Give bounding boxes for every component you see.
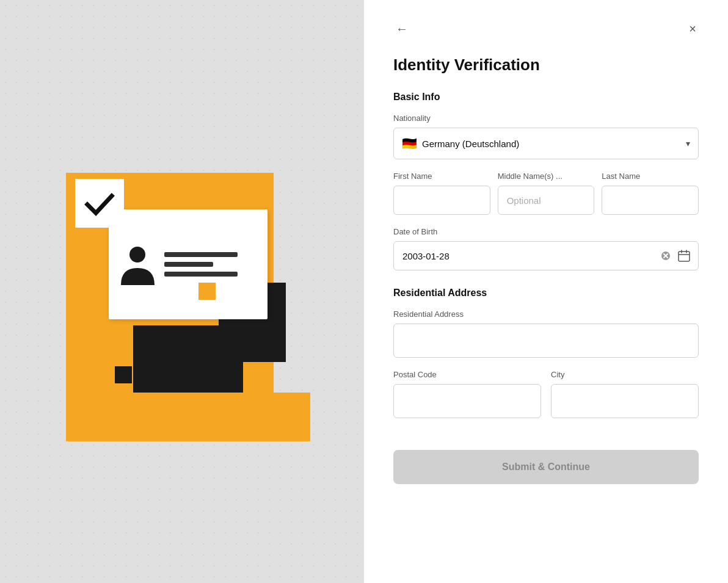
black-accent-square xyxy=(115,366,132,383)
address-label: Residential Address xyxy=(393,310,699,319)
dob-input[interactable] xyxy=(393,241,699,270)
basic-info-title: Basic Info xyxy=(393,92,699,103)
postal-code-input[interactable] xyxy=(393,384,541,418)
city-group: City xyxy=(551,370,699,418)
calendar-icon xyxy=(678,250,690,262)
residential-section: Residential Address Residential Address … xyxy=(393,288,699,418)
clear-icon xyxy=(661,251,671,261)
middle-name-input[interactable] xyxy=(498,186,595,215)
address-group: Residential Address xyxy=(393,310,699,358)
yellow-bottom-rect xyxy=(66,393,310,441)
city-input[interactable] xyxy=(551,384,699,418)
svg-point-0 xyxy=(129,247,145,263)
submit-continue-button[interactable]: Submit & Continue xyxy=(393,450,699,484)
card-lines xyxy=(164,252,238,277)
left-panel xyxy=(0,0,364,583)
residential-title: Residential Address xyxy=(393,288,699,299)
person-silhouette-icon xyxy=(121,244,155,285)
card-line-3 xyxy=(164,272,238,277)
last-name-label: Last Name xyxy=(602,172,699,181)
id-card xyxy=(109,209,268,319)
back-button[interactable]: ← xyxy=(393,20,410,38)
basic-info-section: Basic Info Nationality 🇩🇪 Germany (Deuts… xyxy=(393,92,699,270)
city-label: City xyxy=(551,370,699,379)
dob-label: Date of Birth xyxy=(393,227,699,236)
clear-date-button[interactable] xyxy=(660,250,672,262)
calendar-button[interactable] xyxy=(677,248,691,263)
first-name-input[interactable] xyxy=(393,186,490,215)
close-button[interactable]: × xyxy=(686,20,699,38)
postal-code-label: Postal Code xyxy=(393,370,541,379)
first-name-group: First Name xyxy=(393,172,490,215)
yellow-accent-square xyxy=(198,283,216,300)
first-name-label: First Name xyxy=(393,172,490,181)
nationality-select-wrapper: 🇩🇪 Germany (Deutschland) France (France)… xyxy=(393,128,699,159)
last-name-group: Last Name xyxy=(602,172,699,215)
names-row: First Name Middle Name(s) ... Last Name xyxy=(393,172,699,215)
checkmark-box xyxy=(75,179,124,228)
card-line-2 xyxy=(164,262,213,267)
last-name-input[interactable] xyxy=(602,186,699,215)
card-line-1 xyxy=(164,252,238,257)
middle-name-group: Middle Name(s) ... xyxy=(498,172,595,215)
middle-name-label: Middle Name(s) ... xyxy=(498,172,595,181)
dob-group: Date of Birth xyxy=(393,227,699,270)
page-title: Identity Verification xyxy=(393,56,699,74)
top-nav: ← × xyxy=(393,20,699,38)
checkmark-icon xyxy=(84,187,115,219)
dob-input-wrapper xyxy=(393,241,699,270)
address-input[interactable] xyxy=(393,324,699,358)
svg-rect-4 xyxy=(679,252,690,261)
nationality-select[interactable]: Germany (Deutschland) France (France) Un… xyxy=(393,128,699,159)
nationality-group: Nationality 🇩🇪 Germany (Deutschland) Fra… xyxy=(393,114,699,159)
illustration xyxy=(42,142,322,441)
postal-code-group: Postal Code xyxy=(393,370,541,418)
postal-city-row: Postal Code City xyxy=(393,370,699,418)
right-panel: ← × Identity Verification Basic Info Nat… xyxy=(364,0,728,583)
black-rect-bottom xyxy=(133,325,243,393)
nationality-label: Nationality xyxy=(393,114,699,123)
date-icons xyxy=(660,248,691,263)
